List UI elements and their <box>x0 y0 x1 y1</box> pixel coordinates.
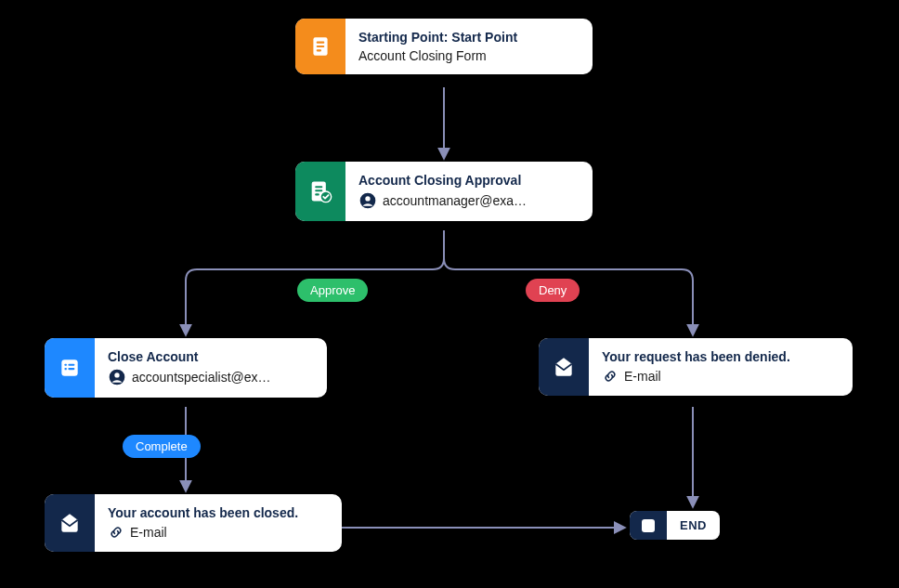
node-title: Close Account <box>108 349 312 364</box>
svg-rect-6 <box>315 189 322 191</box>
node-end[interactable]: END <box>630 511 720 540</box>
mail-icon <box>539 338 589 396</box>
node-closed[interactable]: Your account has been closed. E-mail <box>45 494 342 552</box>
node-title: Starting Point: Start Point <box>358 30 578 45</box>
pill-complete[interactable]: Complete <box>123 435 201 458</box>
node-denied[interactable]: Your request has been denied. E-mail <box>539 338 853 396</box>
svg-point-10 <box>365 196 370 201</box>
node-start[interactable]: Starting Point: Start Point Account Clos… <box>295 19 593 74</box>
node-title: Your account has been closed. <box>108 505 327 520</box>
svg-rect-18 <box>642 519 655 532</box>
svg-rect-5 <box>315 186 322 188</box>
end-label: END <box>667 511 720 540</box>
node-subtitle: Account Closing Form <box>358 48 578 63</box>
node-subtitle: accountmanager@exa… <box>358 191 578 210</box>
link-icon <box>602 368 619 385</box>
node-subtitle: accountspecialist@ex… <box>108 368 312 386</box>
stop-icon <box>630 511 667 540</box>
approval-icon <box>295 162 345 221</box>
svg-rect-2 <box>317 46 325 47</box>
svg-rect-12 <box>65 364 67 366</box>
svg-point-17 <box>114 372 119 377</box>
pill-deny[interactable]: Deny <box>526 279 580 302</box>
svg-rect-13 <box>68 364 74 366</box>
node-title: Your request has been denied. <box>602 349 838 364</box>
node-approval[interactable]: Account Closing Approval accountmanager@… <box>295 162 593 221</box>
pill-approve[interactable]: Approve <box>297 279 368 302</box>
node-subtitle: E-mail <box>108 524 327 541</box>
form-icon <box>295 19 345 74</box>
svg-rect-15 <box>68 368 74 370</box>
link-icon <box>108 524 124 541</box>
svg-rect-3 <box>317 49 321 51</box>
node-close-account[interactable]: Close Account accountspecialist@ex… <box>45 338 327 398</box>
svg-rect-7 <box>315 193 319 195</box>
svg-rect-1 <box>317 42 325 44</box>
task-icon <box>45 338 95 398</box>
mail-icon <box>45 494 95 552</box>
person-icon <box>358 191 377 210</box>
person-icon <box>108 368 126 386</box>
svg-rect-14 <box>65 368 67 370</box>
node-title: Account Closing Approval <box>358 173 578 188</box>
node-subtitle: E-mail <box>602 368 838 385</box>
